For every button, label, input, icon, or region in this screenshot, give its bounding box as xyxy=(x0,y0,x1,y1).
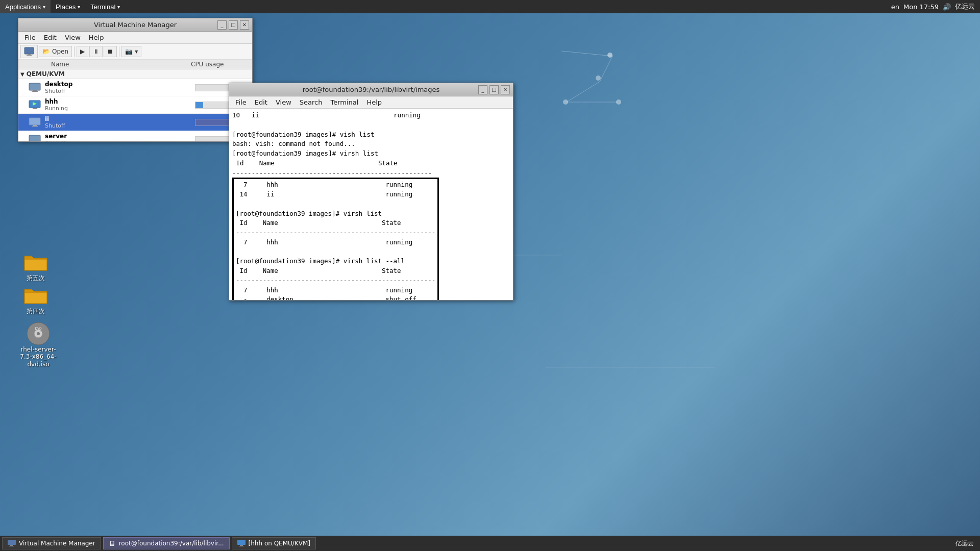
applications-menu[interactable]: Applications ▾ xyxy=(0,0,51,13)
volume-icon[interactable]: 🔊 xyxy=(943,3,951,11)
terminal-menu-help[interactable]: Help xyxy=(362,97,386,107)
taskbar-hhh[interactable]: [hhh on QEMU/KVM] xyxy=(232,537,316,549)
vmm-window: Virtual Machine Manager _ □ ✕ File Edit … xyxy=(18,18,253,142)
terminal-menu[interactable]: Terminal ▾ xyxy=(85,0,125,13)
taskbar-terminal-label: root@foundation39:/var/lib/libvir... xyxy=(119,540,224,547)
svg-rect-32 xyxy=(9,546,14,546)
vmm-stop-btn[interactable]: ⏹ xyxy=(104,46,117,57)
svg-rect-10 xyxy=(24,47,34,54)
desktop-icon-di4-label: 第四次 xyxy=(27,308,45,315)
vm-status-server: Shutoff xyxy=(45,140,195,141)
vmm-new-btn[interactable]: 📷 ▾ xyxy=(121,46,141,57)
taskbar-terminal[interactable]: 🖥 root@foundation39:/var/lib/libvir... xyxy=(103,537,230,549)
vmm-menu-edit[interactable]: Edit xyxy=(40,33,61,42)
vmm-group-qemukvm[interactable]: ▼ QEMU/KVM xyxy=(18,69,252,79)
vm-name-server: server xyxy=(45,133,195,140)
applications-label: Applications xyxy=(5,3,41,11)
vmm-menu-help[interactable]: Help xyxy=(85,33,108,42)
vm-status-desktop: Shutoff xyxy=(45,88,195,94)
taskbar: Virtual Machine Manager 🖥 root@foundatio… xyxy=(0,536,980,551)
vmm-title: Virtual Machine Manager xyxy=(21,21,249,29)
vm-item-server[interactable]: server Shutoff xyxy=(18,131,252,141)
terminal-window-controls: _ □ ✕ xyxy=(478,85,510,94)
taskbar-vmm[interactable]: Virtual Machine Manager xyxy=(2,537,101,549)
svg-rect-12 xyxy=(27,55,32,56)
vmm-maximize-btn[interactable]: □ xyxy=(229,20,238,30)
terminal-titlebar[interactable]: root@foundation39:/var/lib/libvirt/image… xyxy=(229,83,513,96)
vmm-menubar: File Edit View Help xyxy=(18,32,252,44)
svg-line-1 xyxy=(600,56,612,82)
terminal-menu-file[interactable]: File xyxy=(231,97,251,107)
pause-icon: ⏸ xyxy=(93,48,99,55)
panel-right: en Mon 17:59 🔊 亿远云 xyxy=(891,2,980,11)
places-label: Places xyxy=(56,3,76,11)
vm-icon-ii xyxy=(29,116,41,129)
desktop-icon-rhel-label: rhel-server-7.3-x86_64-dvd.iso xyxy=(15,346,61,368)
svg-rect-22 xyxy=(32,126,38,127)
places-arrow: ▾ xyxy=(78,4,80,10)
vmm-menu-file[interactable]: File xyxy=(20,33,40,42)
terminal-maximize-btn[interactable]: □ xyxy=(489,85,499,94)
desktop-icon-rhel[interactable]: DVD rhel-server-7.3-x86_64-dvd.iso xyxy=(15,321,61,368)
vmm-close-btn[interactable]: ✕ xyxy=(240,20,249,30)
stop-icon: ⏹ xyxy=(107,48,113,55)
svg-rect-33 xyxy=(237,540,246,545)
terminal-content[interactable]: 10 ii running [root@foundation39 images]… xyxy=(229,109,513,300)
vm-name-desktop: desktop xyxy=(45,81,195,88)
terminal-close-btn[interactable]: ✕ xyxy=(501,85,510,94)
vmm-toolbar-icon[interactable] xyxy=(20,45,38,58)
open-label: Open xyxy=(52,48,68,55)
vmm-menu-view[interactable]: View xyxy=(61,33,85,42)
taskbar-terminal-icon: 🖥 xyxy=(109,539,116,547)
svg-rect-35 xyxy=(239,546,244,546)
top-panel: Applications ▾ Places ▾ Terminal ▾ en Mo… xyxy=(0,0,980,13)
vmm-open-btn[interactable]: 📂 Open xyxy=(39,46,72,57)
toolbar-sep-1 xyxy=(74,46,75,57)
svg-text:DVD: DVD xyxy=(35,327,42,330)
svg-rect-34 xyxy=(240,545,243,546)
svg-rect-21 xyxy=(33,125,37,126)
group-expand-arrow: ▼ xyxy=(20,71,24,77)
folder-icon-di5 xyxy=(23,250,48,274)
vmm-column-header: Name CPU usage xyxy=(18,60,252,69)
vm-info-desktop: desktop Shutoff xyxy=(45,81,195,94)
vm-item-hhh[interactable]: hhh Running xyxy=(18,96,252,114)
terminal-arrow: ▾ xyxy=(117,4,120,10)
vm-item-desktop[interactable]: desktop Shutoff xyxy=(18,79,252,96)
vmm-vm-list: Name CPU usage ▼ QEMU/KVM desk xyxy=(18,60,252,141)
desktop-icon-di5[interactable]: 第五次 xyxy=(15,250,56,282)
svg-rect-23 xyxy=(29,135,40,142)
desktop-icon-di4[interactable]: 第四次 xyxy=(15,283,56,315)
vmm-minimize-btn[interactable]: _ xyxy=(217,20,227,30)
open-icon: 📂 xyxy=(42,48,50,55)
vmm-pause-btn[interactable]: ⏸ xyxy=(89,46,103,57)
vmm-play-btn[interactable]: ▶ xyxy=(77,46,88,57)
col-name: Name xyxy=(20,61,189,68)
terminal-title: root@foundation39:/var/lib/libvirt/image… xyxy=(232,86,510,93)
terminal-menu-search[interactable]: Search xyxy=(296,97,327,107)
vmm-window-controls: _ □ ✕ xyxy=(217,20,249,30)
remote-label: 亿远云 xyxy=(955,2,975,11)
play-icon: ▶ xyxy=(80,48,85,55)
terminal-label: Terminal xyxy=(90,3,115,11)
terminal-menu-view[interactable]: View xyxy=(272,97,296,107)
vmm-content: Name CPU usage ▼ QEMU/KVM desk xyxy=(18,60,252,141)
vmm-titlebar[interactable]: Virtual Machine Manager _ □ ✕ xyxy=(18,18,252,32)
terminal-menu-edit[interactable]: Edit xyxy=(251,97,272,107)
new-arrow: ▾ xyxy=(135,48,138,55)
places-menu[interactable]: Places ▾ xyxy=(51,0,85,13)
vm-info-ii: ii Shutoff xyxy=(45,115,195,129)
vmm-toolbar: 📂 Open ▶ ⏸ ⏹ 📷 ▾ xyxy=(18,44,252,60)
svg-point-5 xyxy=(596,76,601,81)
new-icon: 📷 xyxy=(125,48,133,55)
taskbar-vmm-label: Virtual Machine Manager xyxy=(19,540,95,547)
locale-indicator: en xyxy=(891,3,899,11)
vm-name-hhh: hhh xyxy=(45,98,195,105)
vm-item-ii[interactable]: ii Shutoff xyxy=(18,114,252,131)
vm-status-ii: Shutoff xyxy=(45,122,195,129)
vm-name-ii: ii xyxy=(45,115,195,122)
taskbar-vmm-icon xyxy=(8,540,16,547)
terminal-menu-terminal[interactable]: Terminal xyxy=(326,97,362,107)
terminal-minimize-btn[interactable]: _ xyxy=(478,85,487,94)
desktop: Applications ▾ Places ▾ Terminal ▾ en Mo… xyxy=(0,0,980,551)
